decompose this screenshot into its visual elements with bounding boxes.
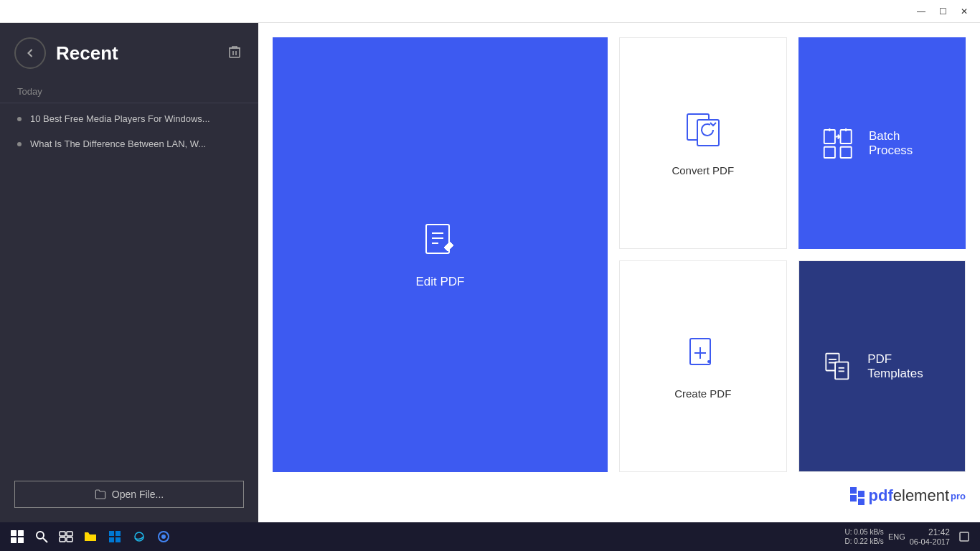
convert-pdf-label: Convert PDF (672, 164, 734, 176)
folder-icon (95, 489, 106, 500)
task-view-button[interactable] (55, 525, 77, 548)
svg-rect-36 (116, 537, 121, 542)
window-controls: — ☐ ✕ (911, 4, 974, 19)
svg-rect-33 (109, 531, 114, 536)
combine-pdf-card[interactable] (798, 260, 966, 472)
dot-icon-1 (17, 117, 22, 121)
svg-rect-9 (824, 130, 834, 143)
svg-rect-35 (109, 537, 114, 542)
sq2 (850, 495, 857, 501)
time: 21:42 (928, 527, 950, 537)
svg-rect-26 (18, 537, 24, 543)
svg-rect-30 (67, 532, 72, 536)
edit-pdf-icon (419, 220, 462, 263)
folder-taskbar-icon (83, 529, 98, 544)
svg-rect-24 (18, 530, 24, 536)
open-file-label: Open File... (112, 489, 164, 500)
today-label: Today (0, 76, 258, 103)
search-icon (34, 529, 49, 544)
windows-icon (10, 529, 24, 544)
edit-pdf-card[interactable]: Edit PDF (273, 37, 608, 472)
batch-process-label: Batch Process (869, 129, 943, 158)
sidebar-header: Recent (0, 23, 258, 76)
recent-item-text-1: 10 Best Free Media Players For Windows..… (30, 113, 210, 124)
batch-process-icon (821, 126, 854, 161)
svg-point-38 (161, 534, 166, 539)
svg-rect-25 (11, 537, 17, 543)
close-button[interactable]: ✕ (954, 4, 974, 19)
sidebar: Recent Today 10 Best Free Media Players … (0, 23, 258, 522)
edge-icon (132, 529, 146, 544)
network-stats: U: 0.05 kB/sD: 0.22 kB/s (844, 527, 883, 546)
svg-rect-34 (116, 531, 121, 536)
start-button[interactable] (6, 525, 29, 548)
date: 06-04-2017 (910, 537, 950, 546)
back-button[interactable] (14, 37, 46, 69)
batch-process-card[interactable]: Batch Process (798, 37, 966, 249)
language-indicator: ENG (888, 532, 905, 541)
brand-squares-icon (850, 487, 864, 505)
divider (0, 103, 258, 103)
trash-icon (228, 44, 241, 59)
open-file-button[interactable]: Open File... (14, 481, 244, 508)
svg-rect-29 (60, 532, 65, 536)
sq1 (850, 487, 857, 494)
clock: 21:42 06-04-2017 (910, 527, 950, 546)
store-taskbar[interactable] (103, 525, 126, 548)
notifications-button[interactable] (954, 526, 974, 547)
app-window: — ☐ ✕ Recent (0, 0, 980, 551)
svg-rect-12 (840, 146, 851, 157)
system-tray: U: 0.05 kB/sD: 0.22 kB/s ENG 21:42 06-04… (844, 526, 974, 547)
trash-button[interactable] (225, 42, 244, 65)
recent-item-1[interactable]: 10 Best Free Media Players For Windows..… (0, 106, 258, 131)
svg-rect-31 (60, 537, 65, 542)
branding: pdf element pro (273, 484, 966, 508)
svg-rect-23 (11, 530, 17, 536)
brand-element: element (893, 486, 949, 505)
main-panel: Edit PDF Convert PDF (258, 23, 980, 522)
brand-pro: pro (951, 491, 966, 501)
recent-item-2[interactable]: What Is The Difference Between LAN, W... (0, 131, 258, 156)
svg-point-27 (37, 532, 44, 539)
brand-pdf: pdf (869, 486, 893, 505)
back-icon (23, 46, 37, 60)
edit-pdf-label: Edit PDF (415, 275, 464, 289)
store-icon (108, 529, 122, 544)
convert-pdf-card[interactable]: Convert PDF (619, 37, 787, 249)
create-pdf-card[interactable]: Create PDF (619, 260, 787, 472)
cards-grid: Edit PDF Convert PDF (273, 37, 966, 472)
dot-icon-2 (17, 142, 22, 146)
notification-icon (959, 532, 969, 542)
sq3 (858, 491, 864, 497)
taskbar: U: 0.05 kB/sD: 0.22 kB/s ENG 21:42 06-04… (0, 522, 980, 551)
svg-rect-10 (840, 130, 851, 143)
app-body: Recent Today 10 Best Free Media Players … (0, 23, 980, 522)
file-explorer-taskbar[interactable] (79, 525, 102, 548)
chrome-icon (156, 529, 171, 544)
svg-rect-32 (67, 537, 72, 542)
minimize-button[interactable]: — (911, 4, 931, 19)
svg-line-28 (43, 538, 47, 542)
svg-rect-0 (230, 48, 240, 57)
chrome-taskbar[interactable] (152, 525, 175, 548)
sidebar-footer: Open File... (0, 466, 258, 522)
create-pdf-icon (682, 333, 725, 376)
recent-item-text-2: What Is The Difference Between LAN, W... (30, 138, 206, 149)
svg-point-22 (707, 360, 710, 363)
sidebar-title: Recent (56, 42, 215, 65)
svg-rect-39 (960, 532, 969, 541)
edge-taskbar[interactable] (128, 525, 151, 548)
sq4 (858, 499, 864, 505)
convert-pdf-icon (682, 110, 725, 153)
maximize-button[interactable]: ☐ (933, 4, 953, 19)
create-pdf-label: Create PDF (674, 387, 731, 400)
title-bar: — ☐ ✕ (0, 0, 980, 23)
task-view-icon (59, 529, 73, 544)
search-button[interactable] (30, 525, 53, 548)
svg-rect-11 (824, 146, 834, 157)
